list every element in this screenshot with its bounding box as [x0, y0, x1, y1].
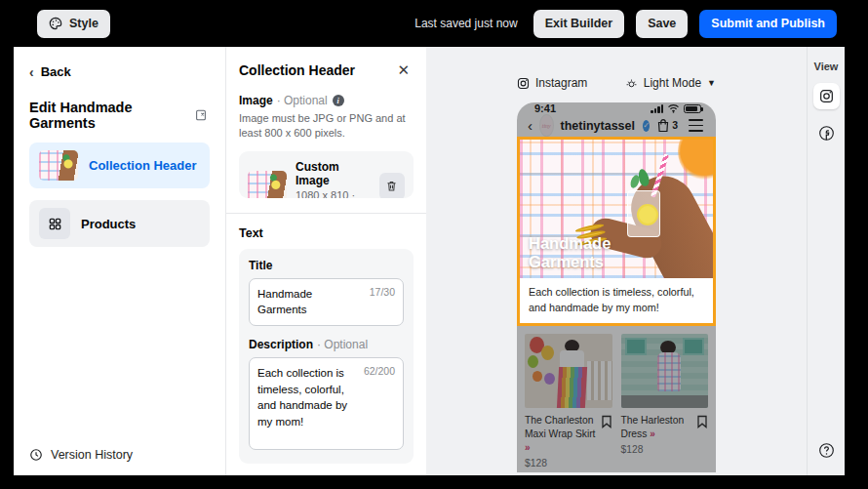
image-section-label: Image [239, 94, 273, 107]
image-optional-label: · Optional [277, 94, 328, 107]
collection-header-editor-panel: Collection Header ✕ Image · Optional i I… [226, 47, 426, 475]
products-section[interactable]: The Charleston Maxi Wrap Skirt » $128 [517, 326, 716, 472]
phone-preview: 9:41 ‹ tiny thetiny [517, 102, 716, 472]
collection-header-section-selected[interactable]: Handmade Garments Each collection is tim… [517, 137, 716, 326]
last-saved-status: Last saved just now [414, 17, 517, 30]
view-instagram-button[interactable] [813, 83, 840, 109]
title-input-value: Handmade Garments [257, 286, 364, 318]
product-name: The Charleston Maxi Wrap Skirt [525, 415, 595, 439]
instagram-icon [517, 77, 530, 90]
version-history-button[interactable]: Version History [29, 448, 210, 462]
brand-avatar: tiny [539, 114, 554, 137]
image-name: Custom Image [296, 160, 371, 187]
collection-header-thumbnail [39, 150, 78, 181]
history-clock-icon [29, 448, 43, 462]
view-rail: View [807, 47, 845, 475]
save-button[interactable]: Save [636, 10, 688, 38]
instagram-icon [819, 89, 834, 103]
title-input[interactable]: Handmade Garments 17/30 [249, 278, 404, 326]
product-price: $128 [525, 458, 612, 469]
product-image [525, 334, 612, 408]
cell-signal-icon [651, 104, 663, 113]
hero-title-overlay: Handmade Garments [529, 234, 636, 271]
verified-badge-icon: ✓ [643, 120, 650, 132]
battery-icon [684, 104, 701, 113]
description-optional-label: · Optional [317, 338, 368, 351]
image-dimensions: 1080 x 810 · 4:3 [296, 189, 371, 198]
style-button-label: Style [69, 17, 99, 30]
hero-image: Handmade Garments [520, 140, 713, 278]
text-card: Title Handmade Garments 17/30 Descriptio… [239, 249, 414, 464]
preview-area: Instagram Light Mode ▼ 9:41 [426, 47, 807, 475]
platform-indicator: Instagram [517, 76, 587, 90]
facebook-icon [818, 125, 835, 142]
builder-topbar: Style Last saved just now Exit Builder S… [0, 0, 868, 47]
trash-icon [385, 180, 398, 192]
sidebar-item-collection-header[interactable]: Collection Header [29, 143, 210, 188]
title-char-counter: 17/30 [370, 286, 395, 298]
shop-name: thetinytassel [561, 119, 635, 133]
description-textarea[interactable]: Each collection is timeless, colorful, a… [249, 357, 404, 450]
bag-count: 3 [672, 119, 678, 131]
shopping-bag-button[interactable]: 3 [656, 118, 678, 133]
product-price: $128 [621, 444, 709, 455]
sidebar-item-products[interactable]: Products [29, 200, 210, 247]
bookmark-icon[interactable] [601, 415, 612, 428]
display-mode-selector[interactable]: Light Mode ▼ [625, 76, 716, 90]
description-textarea-value: Each collection is timeless, colorful, a… [257, 365, 358, 430]
palette-icon [49, 17, 62, 30]
product-image [621, 334, 709, 408]
delete-image-button[interactable] [379, 173, 405, 198]
menu-icon[interactable] [687, 117, 705, 133]
hero-decor [678, 140, 713, 181]
builder-window: ‹ Back Edit Handmade Garments Collection… [14, 47, 845, 475]
hero-decor [637, 204, 658, 225]
text-section-label: Text [239, 226, 414, 240]
style-button[interactable]: Style [37, 10, 110, 38]
phone-status-bar: 9:41 [517, 102, 716, 114]
sidebar-item-label: Products [81, 217, 136, 231]
product-card[interactable]: The Charleston Maxi Wrap Skirt » $128 [525, 334, 612, 469]
shop-nav-bar: ‹ tiny thetinytassel ✓ 3 [517, 114, 716, 137]
close-icon[interactable]: ✕ [393, 61, 414, 79]
section-divider [226, 213, 426, 214]
chevron-left-icon: ‹ [29, 65, 34, 79]
page-title: Edit Handmade Garments [29, 100, 192, 131]
shopping-bag-icon [656, 118, 670, 133]
image-card: Custom Image 1080 x 810 · 4:3 [239, 151, 414, 198]
hero-description: Each collection is timeless, colorful, a… [520, 278, 713, 323]
panel-title: Collection Header [239, 62, 355, 78]
help-button[interactable] [813, 437, 840, 464]
sidebar-item-label: Collection Header [89, 158, 197, 173]
custom-image-thumbnail [248, 171, 287, 198]
exit-builder-button[interactable]: Exit Builder [533, 10, 624, 38]
status-time: 9:41 [534, 102, 556, 114]
info-icon[interactable]: i [333, 95, 344, 106]
back-chevron-icon[interactable]: ‹ [528, 117, 533, 134]
display-mode-label: Light Mode [644, 76, 701, 90]
chevron-down-icon: ▼ [707, 78, 716, 88]
image-helper-text: Image must be JPG or PNG and at least 80… [239, 111, 414, 142]
sun-icon [625, 77, 638, 90]
version-history-label: Version History [51, 448, 133, 462]
product-card[interactable]: The Harleston Dress » $128 [621, 334, 709, 469]
bookmark-icon[interactable] [696, 415, 708, 428]
wifi-icon [667, 103, 680, 113]
shop-tag-icon: » [525, 442, 531, 453]
platform-label: Instagram [535, 76, 587, 90]
back-button[interactable]: ‹ Back [29, 64, 210, 79]
question-mark-icon [818, 442, 835, 459]
rename-collection-icon[interactable] [192, 106, 210, 124]
back-label: Back [41, 64, 71, 79]
grid-icon [39, 208, 70, 239]
shop-tag-icon: » [650, 428, 655, 439]
left-sidebar: ‹ Back Edit Handmade Garments Collection… [14, 47, 226, 475]
submit-publish-button[interactable]: Submit and Publish [699, 10, 837, 38]
title-field-label: Title [249, 259, 404, 272]
view-label: View [814, 61, 839, 72]
description-field-label: Description [249, 338, 313, 351]
view-facebook-button[interactable] [813, 120, 840, 146]
description-char-counter: 62/200 [364, 365, 395, 377]
